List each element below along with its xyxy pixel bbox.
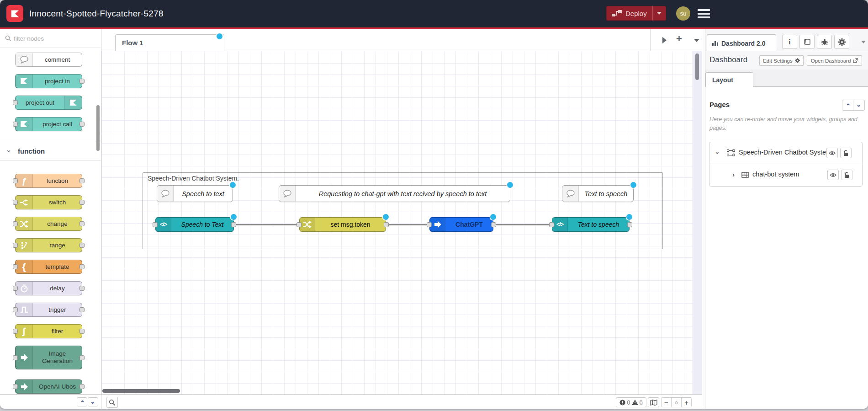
deploy-button[interactable]: Deploy [606,6,666,21]
pages-heading: Pages [709,101,730,108]
input-port[interactable] [427,222,432,227]
info-tab-button[interactable]: i [782,35,797,49]
collapse-all-pages-button[interactable]: ›› [842,100,854,111]
output-port[interactable] [384,222,389,227]
ubos-logo-icon [64,96,82,109]
deploy-caret-icon[interactable] [657,12,662,15]
tab-layout[interactable]: Layout [705,72,753,87]
edit-settings-button[interactable]: Edit Settings [759,55,804,66]
toggle-visibility-button[interactable] [827,170,839,180]
config-nodes-button[interactable] [834,35,849,49]
toggle-visibility-button[interactable] [826,148,838,158]
output-port[interactable] [627,222,632,227]
palette-node-project-in[interactable]: project in [15,74,82,88]
input-port [13,286,18,291]
node-chatgpt[interactable]: ChatGPT [429,217,493,232]
palette-node-comment[interactable]: comment [15,53,82,67]
output-port [79,178,85,183]
code-icon: </> [156,218,171,231]
add-flow-button[interactable]: + [676,33,682,45]
palette-node-project-call[interactable]: project call [15,117,82,131]
palette-node-delay[interactable]: delay [15,281,82,295]
output-port[interactable] [231,222,236,227]
palette-filter-input[interactable] [14,33,77,44]
sidebar-menu-caret[interactable] [861,41,866,43]
arrow-icon [430,218,445,231]
next-tab-button[interactable] [662,37,667,43]
unsaved-changes-dot [383,214,389,220]
warning-icon [632,400,638,405]
lock-button[interactable] [841,170,852,180]
ubos-logo-icon [16,117,33,131]
comment-node-requesting-chatgpt[interactable]: Requesting to chat-gpt with text recived… [279,185,510,202]
output-port[interactable] [491,222,496,227]
palette-node-change[interactable]: change [15,217,82,231]
zoom-out-button[interactable]: − [661,397,672,407]
palette-node-label: switch [33,196,82,209]
palette-node-project-out[interactable]: project out [15,96,82,110]
palette-node-trigger[interactable]: trigger [15,303,82,317]
tree-row-page[interactable]: › Speech-Driven Chatbot System [709,142,862,164]
palette-node-template[interactable]: { template [15,260,82,274]
output-port [79,122,85,127]
palette-expand-all-button[interactable]: ›› [88,397,98,406]
node-set-msg-token[interactable]: set msg.token [299,217,386,232]
node-text-to-speech[interactable]: </> Text to speech [552,217,630,232]
palette-scrollbar[interactable] [96,105,100,151]
comment-node-text-to-speech[interactable]: Text to speech [562,185,634,202]
input-port[interactable] [153,222,158,227]
tab-dashboard-2[interactable]: Dashboard 2.0 [707,34,776,52]
input-port[interactable] [296,222,302,227]
horizontal-scrollbar[interactable] [102,389,180,393]
palette-collapse-all-button[interactable]: ›› [77,397,87,406]
input-port[interactable] [549,222,554,227]
palette-node-label: change [33,217,82,230]
ubos-logo-icon [6,5,23,22]
palette-node-filter[interactable]: ∫ filter [15,324,82,338]
input-port [13,200,18,205]
input-port [13,122,18,127]
search-flows-button[interactable] [106,397,118,408]
palette-node-function[interactable]: ƒ function [15,174,82,188]
main-menu-button[interactable] [698,9,710,18]
zoom-in-button[interactable]: + [681,397,692,407]
expand-all-pages-button[interactable]: ›› [853,100,865,111]
tab-flow-1[interactable]: Flow 1 [115,34,224,52]
comment-node-speech-to-text[interactable]: Speech to text [157,185,233,202]
lock-button[interactable] [840,148,852,158]
palette-node-openai-ubos[interactable]: OpenAI Ubos [15,379,82,394]
node-red-editor: Innocent-Spotted-Flycatcher-5278 Deploy … [0,0,868,411]
bar-chart-icon [712,40,719,46]
filter-icon: ∫ [16,325,33,338]
flow-canvas[interactable]: Speech-Driven Chatbot System. Speech to … [101,51,702,394]
chevron-down-icon[interactable]: › [715,152,721,154]
unsaved-changes-dot [230,182,236,188]
output-port [79,329,85,334]
node-label: Text to speech [568,218,629,231]
comment-label: Requesting to chat-gpt with text recived… [296,186,510,202]
dashboard-heading: Dashboard [709,55,747,64]
status-counts[interactable]: 0 0 [616,397,646,407]
warning-count: 0 [640,399,643,406]
tree-row-group[interactable]: › chat-bot system [709,164,862,186]
flow-list-caret[interactable] [694,39,699,42]
palette-node-switch[interactable]: switch [15,195,82,209]
debug-tab-button[interactable] [817,35,832,49]
deploy-icon [612,10,622,17]
open-dashboard-button[interactable]: Open Dashboard [807,55,862,66]
palette-node-label: project call [33,117,82,131]
deploy-label: Deploy [625,10,647,17]
user-avatar[interactable]: su [676,6,690,21]
node-speech-to-text[interactable]: </> Speech to Text [155,217,234,232]
pages-tree: › Speech-Driven Chatbot System › [709,142,863,187]
vertical-scrollbar[interactable] [695,53,699,80]
navigator-map-button[interactable] [648,397,659,407]
palette-node-range[interactable]: range [15,238,82,252]
zoom-reset-button[interactable]: ○ [671,397,682,407]
help-docs-button[interactable] [799,35,815,49]
output-port [79,264,85,269]
palette-node-image-generation[interactable]: Image Generation [15,346,82,369]
sidebar-resize-handle[interactable] [702,29,705,409]
palette-category-function[interactable]: › function [0,141,101,161]
chevron-right-icon[interactable]: › [732,171,735,178]
